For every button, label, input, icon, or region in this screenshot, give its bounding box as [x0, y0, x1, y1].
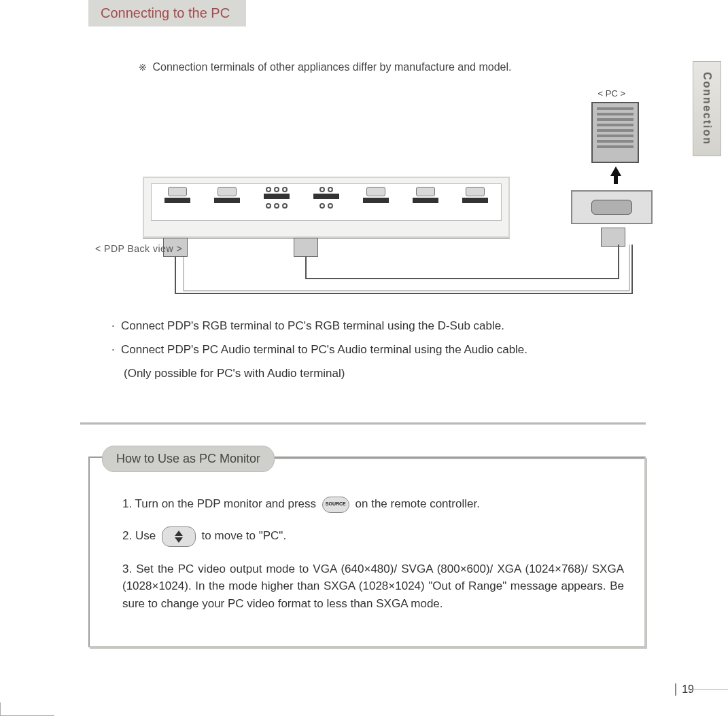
- note-line: ※ Connection terminals of other applianc…: [139, 61, 511, 73]
- triangle-up-icon: [175, 531, 183, 536]
- note-text: Connection terminals of other appliances…: [152, 61, 511, 73]
- instruction-bullets: ·Connect PDP's RGB terminal to PC's RGB …: [111, 317, 527, 388]
- pc-label: < PC >: [598, 88, 625, 99]
- arrow-up-icon: [610, 166, 621, 176]
- crop-mark-icon: [688, 689, 728, 716]
- up-down-button-icon: [162, 526, 196, 547]
- pdp-caption: < PDP Back view >: [95, 243, 182, 254]
- step-2: 2. Use to move to "PC".: [122, 526, 624, 547]
- bullet-2: ·Connect PDP's PC Audio terminal to PC's…: [111, 340, 527, 360]
- source-button-icon: SOURCE: [322, 497, 349, 513]
- bullet-1: ·Connect PDP's RGB terminal to PC's RGB …: [111, 317, 527, 336]
- step-1: 1. Turn on the PDP monitor and press SOU…: [122, 495, 624, 513]
- pdp-back-panel: [143, 177, 510, 238]
- note-symbol: ※: [139, 62, 147, 73]
- connector-plug-icon: [294, 238, 318, 257]
- bullet-2-sub: (Only possible for PC's with Audio termi…: [111, 364, 527, 384]
- howto-title: How to Use as PC Monitor: [102, 446, 275, 472]
- connection-diagram: < PC > < PDP B: [95, 95, 653, 299]
- triangle-down-icon: [175, 537, 183, 543]
- panel-ports: [151, 183, 502, 221]
- side-tab-connection: Connection: [693, 61, 721, 156]
- howto-box: How to Use as PC Monitor 1. Turn on the …: [88, 457, 646, 647]
- crop-mark-icon: [0, 702, 54, 716]
- step-3: 3. Set the PC video output mode to VGA (…: [122, 560, 624, 613]
- section-title: Connecting to the PC: [88, 0, 246, 26]
- side-tab-label: Connection: [701, 72, 713, 145]
- pc-vga-card: [571, 190, 653, 224]
- divider-line: [80, 423, 646, 425]
- connector-plug-icon: [601, 228, 625, 247]
- howto-top-rule: [247, 458, 644, 459]
- vga-port-icon: [591, 200, 632, 215]
- pc-tower-icon: [591, 102, 639, 163]
